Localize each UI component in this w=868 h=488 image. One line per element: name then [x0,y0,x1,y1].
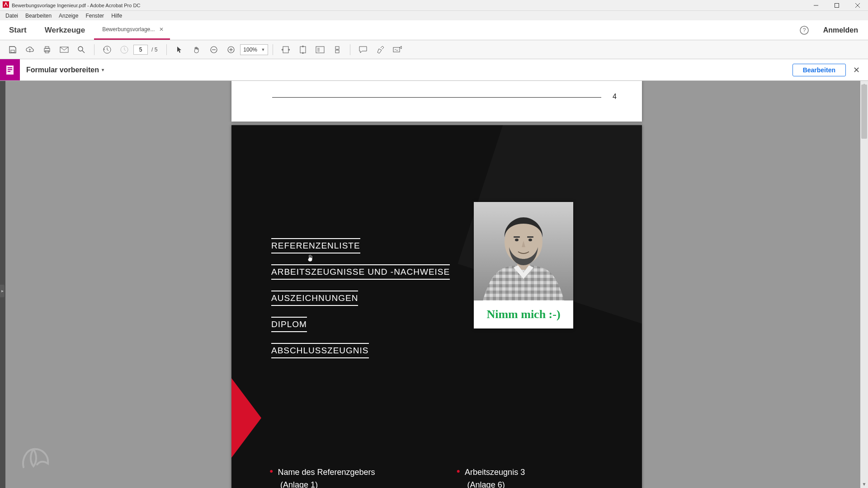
menu-bearbeiten[interactable]: Bearbeiten [22,11,55,20]
scroll-thumb[interactable] [861,84,867,139]
scroll-down-icon[interactable]: ▼ [860,480,868,488]
zoom-out-icon[interactable] [206,42,222,58]
tab-start[interactable]: Start [0,20,36,40]
help-button[interactable]: ? [795,25,813,35]
reading-mode-icon[interactable] [312,42,328,58]
section-heading: DIPLOM [271,317,307,332]
svg-rect-21 [283,47,288,53]
list-item: ●Name des Referenzgebers (Anlage 1) [269,466,375,488]
bullet-icon: ● [457,466,460,476]
expand-nav-icon[interactable]: ▸ [0,285,5,297]
svg-line-13 [82,51,85,53]
section-heading: ARBEITSZEUGNISSE UND -NACHWEISE [271,264,450,280]
print-icon[interactable] [39,42,55,58]
workarea: ▸ 4 REFERENZENLISTE ARBEITSZEUGNISSE UND… [0,81,868,488]
svg-rect-23 [316,47,324,53]
section-heading: REFERENZENLISTE [271,238,360,253]
pdf-page-current: REFERENZENLISTE ARBEITSZEUGNISSE UND -NA… [231,125,642,488]
section-heading: AUSZEICHNUNGEN [271,291,358,306]
svg-rect-41 [527,236,533,238]
chevron-down-icon: ▾ [102,67,104,72]
svg-rect-29 [8,69,12,70]
tool-subheader: Formular vorbereiten ▾ Bearbeiten ✕ [0,59,868,81]
svg-line-4 [855,3,860,8]
menu-datei[interactable]: Datei [2,11,22,20]
svg-line-3 [855,3,860,8]
fit-width-icon[interactable] [278,42,294,58]
page-total-label: / 5 [151,47,157,53]
photo-card: Nimm mich :-) [474,202,573,328]
zoom-in-icon[interactable] [223,42,239,58]
applicant-photo [474,202,573,300]
svg-point-12 [78,47,83,51]
hand-tool-icon[interactable] [189,42,205,58]
scroll-mode-icon[interactable] [329,42,345,58]
close-tool-icon[interactable]: ✕ [853,65,860,75]
svg-point-38 [515,239,519,241]
svg-rect-40 [514,236,520,238]
bullet-icon: ● [269,466,273,476]
nav-pane-collapsed[interactable]: ▸ [0,81,5,488]
sign-in-link[interactable]: Anmelden [813,26,868,34]
comment-icon[interactable] [355,42,371,58]
close-window-button[interactable] [847,0,868,11]
svg-rect-25 [335,50,339,53]
next-view-icon [116,42,132,58]
form-tool-icon[interactable] [0,59,20,80]
mail-icon[interactable] [56,42,72,58]
watermark-icon [19,441,54,474]
maximize-button[interactable] [826,0,847,11]
menubar: Datei Bearbeiten Anzeige Fenster Hilfe [0,11,868,20]
red-triangle-marker [231,378,261,458]
zoom-level-value: 100% [243,47,257,53]
svg-point-39 [528,239,532,241]
list-item: ●Arbeitszeugnis 3 (Anlage 6) [457,466,525,488]
svg-rect-26 [393,47,400,52]
svg-rect-24 [335,47,339,49]
zoom-level-select[interactable]: 100% ▼ [240,44,268,55]
attachment-list: ●Name des Referenzgebers (Anlage 1) ●Arb… [269,466,525,488]
cloud-icon[interactable] [22,42,38,58]
svg-rect-28 [8,67,12,68]
fit-page-icon[interactable] [295,42,311,58]
close-tab-icon[interactable]: ✕ [159,26,164,33]
svg-rect-9 [45,47,49,48]
pdf-page-prev: 4 [231,81,642,122]
window-title: Bewerbungsvorlage Ingenieur.pdf - Adobe … [12,3,806,8]
prev-view-icon[interactable] [99,42,115,58]
acrobat-app-icon [3,1,9,9]
main-toolbar: 5 / 5 100% ▼ [0,40,868,59]
prev-page-number: 4 [613,93,617,101]
vertical-scrollbar[interactable]: ▲ ▼ [860,81,868,488]
tab-tools[interactable]: Werkzeuge [36,20,94,40]
highlight-icon[interactable] [372,42,388,58]
menu-fenster[interactable]: Fenster [82,11,108,20]
document-canvas[interactable]: 4 REFERENZENLISTE ARBEITSZEUGNISSE UND -… [5,81,860,488]
section-heading: ABSCHLUSSZEUGNIS [271,343,369,358]
tab-document-label: Bewerbungsvorlage... [102,26,155,33]
edit-button[interactable]: Bearbeiten [793,64,846,76]
svg-text:?: ? [802,27,806,33]
signature-icon[interactable] [389,42,406,58]
search-icon[interactable] [73,42,90,58]
chevron-down-icon: ▼ [261,47,265,52]
tabs-row: Start Werkzeuge Bewerbungsvorlage... ✕ ?… [0,20,868,40]
save-icon[interactable] [5,42,21,58]
svg-rect-30 [8,71,10,72]
svg-rect-7 [11,50,14,52]
menu-anzeige[interactable]: Anzeige [55,11,82,20]
tool-section-label[interactable]: Formular vorbereiten ▾ [26,66,104,74]
page-number-input[interactable]: 5 [133,45,148,55]
titlebar: Bewerbungsvorlage Ingenieur.pdf - Adobe … [0,0,868,11]
svg-rect-22 [300,47,306,53]
minimize-button[interactable] [806,0,826,11]
select-tool-icon[interactable] [171,42,188,58]
tab-document[interactable]: Bewerbungsvorlage... ✕ [94,20,170,40]
page-divider-line [272,97,601,98]
svg-rect-2 [835,3,839,7]
menu-hilfe[interactable]: Hilfe [108,11,126,20]
photo-caption: Nimm mich :-) [474,300,573,328]
